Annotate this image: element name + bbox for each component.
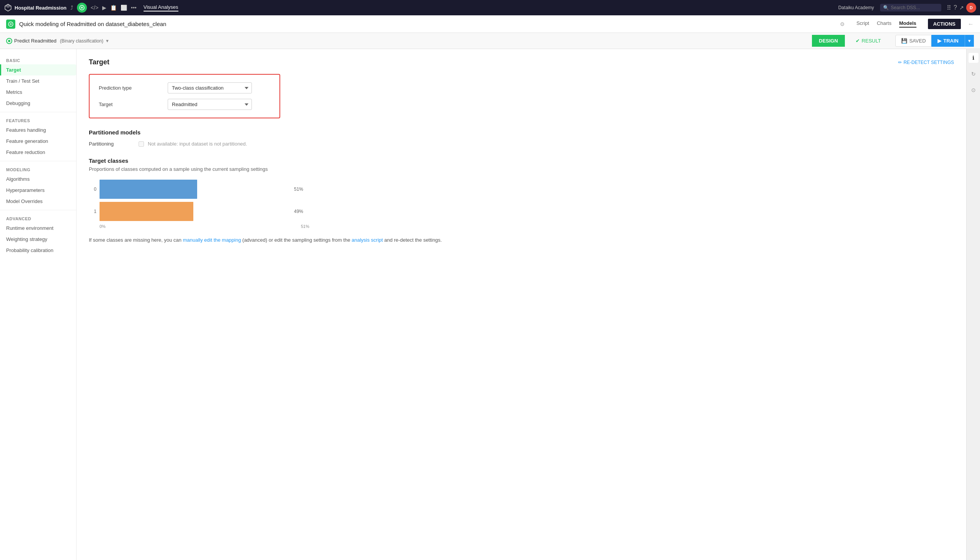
search-box[interactable]: 🔍: [880, 4, 941, 12]
second-bar-nav: Script Charts Models: [856, 20, 916, 28]
chart-axis: 0% 51%: [100, 224, 309, 229]
target-classes-section: Target classes Proportions of classes co…: [89, 157, 954, 244]
sidebar-divider-1: [0, 112, 76, 112]
sidebar-item-train-test[interactable]: Train / Test Set: [0, 75, 76, 87]
redetect-icon: ✏: [898, 60, 902, 65]
top-navigation: Hospital Readmission ⤴ </> ▶ 📋 ⬜ ••• Vis…: [0, 0, 980, 15]
academy-label: Dataiku Academy: [838, 5, 874, 10]
play-icon[interactable]: ▶: [102, 5, 106, 11]
partitioning-row: Partitioning Not available: input datase…: [89, 141, 954, 147]
bar-label-0: 0: [89, 187, 96, 192]
train-button-group: 💾 SAVED ▶ TRAIN ▾: [895, 35, 974, 47]
bar-label-1: 1: [89, 209, 96, 214]
section-header: Target ✏ RE-DETECT SETTINGS: [89, 58, 954, 66]
code-icon[interactable]: </>: [91, 5, 98, 11]
top-nav-icons: ⤴ </> ▶ 📋 ⬜ •••: [70, 3, 137, 13]
section-title-text: Target: [89, 58, 110, 66]
settings-icon[interactable]: ⚙: [840, 21, 845, 27]
bar-fill-1: [100, 202, 193, 221]
sidebar-item-target[interactable]: Target: [0, 64, 76, 75]
main-layout: BASIC Target Train / Test Set Metrics De…: [0, 49, 980, 560]
visual-analyses-label: Visual Analyses: [144, 4, 178, 12]
design-button[interactable]: DESIGN: [812, 35, 845, 47]
external-link-icon[interactable]: ↗: [959, 5, 964, 11]
share-icon[interactable]: ⤴: [70, 5, 73, 11]
train-dropdown-button[interactable]: ▾: [965, 35, 974, 47]
sidebar-item-weighting-strategy[interactable]: Weighting strategy: [0, 233, 76, 245]
partitioned-title: Partitioned models: [89, 129, 954, 136]
prediction-type-select[interactable]: Two-class classification Multi-class cla…: [168, 82, 252, 93]
doc-icon[interactable]: 📋: [110, 5, 117, 11]
right-panel: ℹ ↻ ⊙: [966, 49, 980, 560]
user-avatar[interactable]: D: [966, 3, 976, 13]
screen-icon[interactable]: ⬜: [121, 5, 127, 11]
svg-point-3: [8, 40, 10, 42]
predict-dropdown-icon[interactable]: ▾: [106, 38, 109, 44]
actions-button[interactable]: ACTIONS: [928, 19, 961, 29]
sidebar-item-metrics[interactable]: Metrics: [0, 87, 76, 98]
target-select[interactable]: Readmitted: [168, 99, 252, 110]
sidebar-item-prob-calibration[interactable]: Probability calibration: [0, 245, 76, 256]
predict-label: Predict Readmitted (Binary classificatio…: [6, 38, 109, 44]
result-check-icon: ✔: [855, 38, 860, 44]
bar-container-1: [100, 202, 291, 221]
sidebar-section-modeling: MODELING Algorithms Hyperparameters Mode…: [0, 164, 76, 207]
search-input[interactable]: [891, 5, 938, 10]
search-icon: 🔍: [883, 5, 889, 10]
chart-bar-0: 0 51%: [89, 180, 954, 199]
predict-circle-icon: [6, 38, 12, 44]
redetect-settings-button[interactable]: ✏ RE-DETECT SETTINGS: [898, 60, 954, 65]
info-text: If some classes are missing here, you ca…: [89, 236, 954, 244]
target-label: Target: [99, 102, 168, 107]
sidebar-item-hyperparameters[interactable]: Hyperparameters: [0, 185, 76, 196]
sidebar-item-debugging[interactable]: Debugging: [0, 98, 76, 109]
project-name: Hospital Readmission: [15, 5, 66, 11]
grid-icon[interactable]: ⠿: [947, 4, 951, 12]
nav-charts[interactable]: Charts: [877, 20, 891, 28]
classification-badge: (Binary classification): [60, 38, 103, 44]
analysis-script-link[interactable]: analysis script: [351, 237, 383, 243]
sidebar-item-runtime-env[interactable]: Runtime environment: [0, 223, 76, 233]
sidebar-item-algorithms[interactable]: Algorithms: [0, 173, 76, 185]
target-classes-title: Target classes: [89, 157, 954, 164]
sidebar-item-feature-reduction[interactable]: Feature reduction: [0, 147, 76, 158]
sidebar-header-basic: BASIC: [0, 55, 76, 64]
partitioning-label: Partitioning: [89, 141, 135, 147]
sidebar-item-feature-generation[interactable]: Feature generation: [0, 136, 76, 147]
right-panel-refresh-icon[interactable]: ↻: [968, 69, 978, 79]
partitioning-checkbox[interactable]: [139, 141, 144, 147]
bar-fill-0: [100, 180, 197, 199]
nav-models[interactable]: Models: [899, 20, 917, 28]
chart-bar-1: 1 49%: [89, 202, 954, 221]
bar-pct-0: 51%: [294, 187, 309, 192]
saved-button[interactable]: 💾 SAVED: [895, 35, 931, 47]
manually-edit-mapping-link[interactable]: manually edit the mapping: [183, 237, 241, 243]
sidebar-header-advanced: ADVANCED: [0, 213, 76, 223]
main-content: Target ✏ RE-DETECT SETTINGS Prediction t…: [76, 49, 966, 560]
right-panel-clock-icon[interactable]: ⊙: [968, 85, 978, 95]
prediction-type-select-wrapper: Two-class classification Multi-class cla…: [168, 82, 252, 93]
nav-script[interactable]: Script: [856, 20, 869, 28]
sidebar-item-features-handling[interactable]: Features handling: [0, 125, 76, 136]
sidebar-item-model-overrides[interactable]: Model Overrides: [0, 196, 76, 207]
sidebar-divider-2: [0, 161, 76, 161]
result-button[interactable]: ✔ RESULT: [849, 35, 888, 47]
sidebar-header-modeling: MODELING: [0, 164, 76, 173]
prediction-type-row: Prediction type Two-class classification…: [99, 82, 270, 93]
train-button[interactable]: ▶ TRAIN: [931, 35, 965, 47]
project-icon: [6, 20, 15, 29]
target-config-box: Prediction type Two-class classification…: [89, 74, 280, 118]
sidebar: BASIC Target Train / Test Set Metrics De…: [0, 49, 76, 560]
back-arrow-icon[interactable]: ←: [968, 21, 974, 28]
prediction-type-label: Prediction type: [99, 85, 168, 91]
sidebar-section-features: FEATURES Features handling Feature gener…: [0, 115, 76, 158]
help-icon[interactable]: ?: [953, 4, 957, 11]
bar-container-0: [100, 180, 291, 199]
flow-icon[interactable]: [77, 3, 87, 13]
app-logo-icon: [4, 3, 12, 12]
axis-end: 51%: [301, 224, 309, 229]
sidebar-divider-3: [0, 210, 76, 210]
right-panel-info-icon[interactable]: ℹ: [968, 53, 978, 63]
more-icon[interactable]: •••: [131, 5, 137, 11]
bar-pct-1: 49%: [294, 209, 309, 214]
